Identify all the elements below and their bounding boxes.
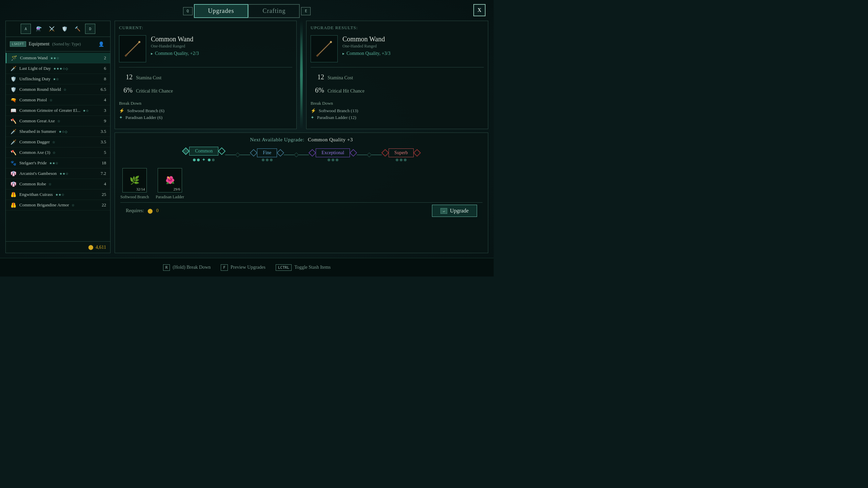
upgrade-breakdown-text-1: Paradisan Ladder (12) xyxy=(317,115,356,120)
track-line-3 xyxy=(284,155,294,155)
svg-line-1 xyxy=(125,54,127,56)
equip-item-5[interactable]: 📖 Common Grimoire of Greater El... ★☆ 3 xyxy=(6,105,110,116)
inventory-icon[interactable]: ⚗️ xyxy=(34,24,44,34)
equip-value-2: 8 xyxy=(95,76,106,82)
equip-name-11: Arcanist's Gambeson ★★☆ xyxy=(19,171,95,176)
hint-break-down-label: (Hold) Break Down xyxy=(173,265,211,270)
fine-diamond-right xyxy=(277,149,284,157)
equip-icon-12: 👘 xyxy=(10,181,17,187)
upgrade-wand-icon xyxy=(314,39,334,59)
equip-icon-9: 🪓 xyxy=(10,149,17,156)
equip-item-9[interactable]: 🪓 Common Axe (3) ☆ 5 xyxy=(6,147,110,158)
upgrade-stamina-value: 12 xyxy=(311,73,324,81)
paradisan-count: 29/6 xyxy=(174,187,180,191)
current-breakdown-item-0: ⚡ Softwood Branch (6) xyxy=(119,107,292,114)
lshift-badge: LSHIFT xyxy=(10,41,26,47)
equip-item-11[interactable]: 👘 Arcanist's Gambeson ★★☆ 7.2 xyxy=(6,168,110,179)
quality-fine-group: Fine xyxy=(250,148,284,161)
equip-name-14: Common Brigandine Armor ☆ xyxy=(19,202,95,208)
left-panel: A ⚗️ ⚔️ 🛡️ 🔨 D LSHIFT Equipment (Sorted … xyxy=(5,21,111,253)
superb-diamond-left xyxy=(381,149,389,157)
quality-superb: Superb xyxy=(389,148,414,157)
track-diamond-1 xyxy=(235,152,240,157)
tab-crafting[interactable]: Crafting xyxy=(248,4,300,18)
armor-icon[interactable]: 🛡️ xyxy=(59,24,70,34)
equip-item-7[interactable]: 🗡️ Sheathed in Summer ★☆◇ 3.5 xyxy=(6,126,110,137)
quality-exceptional: Exceptional xyxy=(316,148,350,157)
equip-item-8[interactable]: 🗡️ Common Dagger ☆ 3.5 xyxy=(6,137,110,147)
equipment-label: LSHIFT Equipment (Sorted by: Type) xyxy=(10,41,81,47)
quality-superb-top: Superb xyxy=(382,148,420,157)
current-item-type: One-Handed Ranged xyxy=(151,44,292,49)
materials-row: 🌿 32/14 Softwood Branch 🌺 29/6 Paradisan… xyxy=(120,168,482,200)
equip-name-10: Stelgaer's Pride ★★☆ xyxy=(19,160,95,166)
quality-track: Common ✦ xyxy=(120,147,482,163)
quality-fine-top: Fine xyxy=(250,148,284,157)
equip-item-0[interactable]: 🪄 Common Wand ★★☆ 2 xyxy=(6,53,110,63)
weapons-icon[interactable]: ⚔️ xyxy=(46,24,57,34)
key-a-btn[interactable]: A xyxy=(21,24,31,34)
equip-icon-3: 🛡️ xyxy=(10,86,17,93)
equip-icon-10: 🐾 xyxy=(10,160,17,166)
upgrade-quality-icon: ▸ xyxy=(342,51,344,56)
equip-item-3[interactable]: 🛡️ Common Round Shield ☆ 6.5 xyxy=(6,84,110,95)
equipment-title: Equipment xyxy=(29,41,50,47)
equip-item-6[interactable]: 🪓 Common Great Axe ☆ 9 xyxy=(6,116,110,126)
current-stamina-value: 12 xyxy=(119,73,133,81)
current-quality-text: Common Quality, +2/3 xyxy=(155,51,199,56)
craft-icon[interactable]: 🔨 xyxy=(72,24,82,34)
tab-upgrades[interactable]: Upgrades xyxy=(194,4,249,18)
common-dot-4 xyxy=(212,159,215,161)
paradisan-ladder-icon: 🌺 xyxy=(165,176,175,185)
material-softwood-thumb: 🌿 32/14 xyxy=(122,168,147,192)
bottom-row: Requires: ⬤ 0 ↵ Upgrade xyxy=(120,202,482,219)
nav-tabs: Q Upgrades Crafting E xyxy=(182,4,312,18)
equip-item-14[interactable]: 🦺 Common Brigandine Armor ☆ 22 xyxy=(6,200,110,210)
common-star: ✦ xyxy=(202,157,206,163)
close-button[interactable]: X xyxy=(473,4,486,16)
equipment-header: LSHIFT Equipment (Sorted by: Type) 👤 xyxy=(6,37,110,52)
connector-2 xyxy=(284,153,309,157)
upgrade-stat-stamina: 12 Stamina Cost xyxy=(311,72,484,82)
track-line-2 xyxy=(240,155,250,155)
current-stat-stamina: 12 Stamina Cost xyxy=(119,72,292,82)
equip-value-9: 5 xyxy=(95,150,106,155)
icon-row: A ⚗️ ⚔️ 🛡️ 🔨 D xyxy=(6,21,110,37)
key-d-btn[interactable]: D xyxy=(85,24,95,34)
equip-item-2[interactable]: 🛡️ Unflinching Duty ★☆ 8 xyxy=(6,74,110,84)
filter-icon[interactable]: 👤 xyxy=(96,39,106,49)
ui-root: Q Upgrades Crafting E X A ⚗️ ⚔️ 🛡️ 🔨 D L… xyxy=(0,0,494,277)
key-r: R xyxy=(163,264,170,271)
current-breakdown: Break Down ⚡ Softwood Branch (6) ✦ Parad… xyxy=(119,101,292,121)
equip-item-1[interactable]: 🗡️ Last Light of Day ★★★☆◇ 6 xyxy=(6,63,110,74)
upgrade-ladder-icon: ✦ xyxy=(311,115,314,120)
connector-3 xyxy=(357,153,382,157)
quality-superb-group: Superb xyxy=(382,148,420,161)
fine-dot-2 xyxy=(266,159,269,161)
equip-value-5: 3 xyxy=(95,108,106,113)
current-breakdown-text-0: Softwood Branch (6) xyxy=(127,108,164,114)
equip-item-10[interactable]: 🐾 Stelgaer's Pride ★★☆ 18 xyxy=(6,158,110,168)
equip-name-0: Common Wand ★★☆ xyxy=(20,55,95,61)
hint-preview-label: Preview Upgrades xyxy=(231,265,265,270)
exceptional-dot-2 xyxy=(332,159,334,161)
branch-icon-0: ⚡ xyxy=(119,108,124,114)
current-stat-crit: 6% Critical Hit Chance xyxy=(119,85,292,95)
exceptional-sub-track xyxy=(328,159,338,161)
upgrade-button[interactable]: ↵ Upgrade xyxy=(432,205,477,217)
equip-item-12[interactable]: 👘 Common Robe ☆ 4 xyxy=(6,179,110,189)
equip-item-13[interactable]: 🦺 Engwithan Cuirass ★★☆ 25 xyxy=(6,189,110,200)
upgrade-item-type: One-Handed Ranged xyxy=(342,44,484,49)
current-item-display: Common Wand One-Handed Ranged ▸ Common Q… xyxy=(119,35,292,62)
fine-dot-3 xyxy=(270,159,273,161)
svg-line-3 xyxy=(317,42,331,56)
upgrade-stat-crit: 6% Critical Hit Chance xyxy=(311,85,484,95)
requires-section: Requires: ⬤ 0 xyxy=(126,208,159,214)
equip-value-4: 4 xyxy=(95,97,106,103)
softwood-branch-icon: 🌿 xyxy=(130,176,140,185)
equip-name-3: Common Round Shield ☆ xyxy=(19,87,95,92)
svg-line-4 xyxy=(317,54,319,56)
superb-dot-1 xyxy=(396,159,398,161)
track-line-1 xyxy=(225,155,235,155)
equip-item-4[interactable]: 🔫 Common Pistol ☆ 4 xyxy=(6,95,110,105)
